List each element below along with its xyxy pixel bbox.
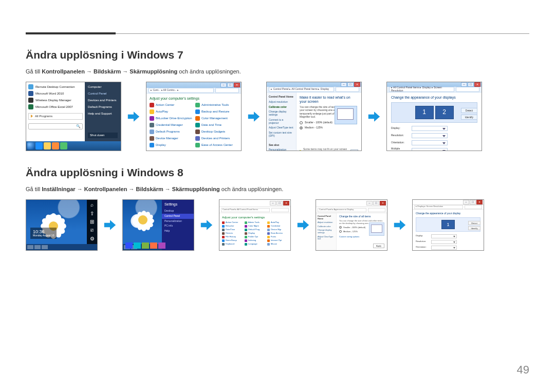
display-title: Make it easier to read what's on your sc… <box>300 96 358 104</box>
detect-button: Detect <box>461 108 477 113</box>
arrow-right-icon <box>247 109 261 124</box>
taskbar <box>26 141 121 151</box>
arrow-right-icon <box>367 109 381 124</box>
shutdown: Shut down <box>88 133 118 138</box>
search-box: 🔍 <box>28 123 83 129</box>
start-item: Remote Desktop Connection <box>35 85 75 89</box>
start-orb-icon <box>27 142 34 150</box>
apply-button: Apply <box>350 150 358 151</box>
win7-resolution-screenshot: –□× ▸ All Control Panel Items ▸ Display … <box>386 82 482 151</box>
resolution-select <box>412 133 448 138</box>
right-item: Computer <box>88 85 118 89</box>
instruction-win8: Gå till Inställningar → Kontrollpanelen … <box>26 186 529 192</box>
right-item: Control Panel <box>88 92 118 96</box>
instr-prefix: Gå till <box>26 186 42 192</box>
search-icon: 🔍 <box>76 124 81 128</box>
win8-control-panel-screenshot: –□× Control Panel ▸ All Control Panel It… <box>219 199 291 251</box>
start-item: Microsoft Word 2010 <box>35 92 64 96</box>
search-field <box>215 88 239 93</box>
win7-steps-row: Remote Desktop Connection Microsoft Word… <box>26 82 529 151</box>
instr-suffix: och ändra upplösningen. <box>220 186 284 192</box>
charms-bar: ⌕ ⇪ ⊞ ⎚ ⚙ <box>87 200 97 244</box>
arrow-right-icon <box>393 218 407 232</box>
header-accent <box>26 32 116 34</box>
cp-title: Adjust your computer's settings <box>150 97 238 101</box>
heading-win8: Ändra upplösning i Windows 8 <box>26 166 529 179</box>
win8-resolution-screenshot: –□× ▸ Display ▸ Screen Resolution Change… <box>412 199 484 251</box>
instr-suffix: och ändra upplösningen. <box>177 68 241 74</box>
arrow-right-icon <box>296 218 310 232</box>
search-charm-icon: ⌕ <box>89 202 95 208</box>
control-panel-item: Control Panel <box>162 214 194 219</box>
settings-header: Settings <box>164 202 191 207</box>
identify-button: Identify <box>461 115 477 120</box>
shield-icon <box>300 150 301 151</box>
win7-start-menu-screenshot: Remote Desktop Connection Microsoft Word… <box>26 82 121 151</box>
instruction-win7: Gå till Kontrollpanelen → Bildskärm → Sk… <box>26 68 529 74</box>
apply-button: Apply <box>373 244 384 248</box>
right-item: Help and Support <box>88 112 118 116</box>
start-item: Microsoft Office Excel 2007 <box>35 105 73 109</box>
orientation-select <box>412 140 448 145</box>
preview-icon <box>369 222 384 236</box>
start-charm-icon: ⊞ <box>89 219 95 225</box>
instr-prefix: Gå till <box>26 68 42 74</box>
arrow-right-icon <box>199 218 214 232</box>
monitor-2-icon: 2 <box>435 106 454 119</box>
win8-steps-row: 10:36 Monday August 13 ⌕ ⇪ ⊞ ⎚ ⚙ <box>26 199 529 251</box>
display-select <box>412 126 448 131</box>
right-item: Default Programs <box>88 105 118 109</box>
instr-path: Kontrollpanelen → Bildskärm → Skärmupplö… <box>42 68 177 74</box>
share-charm-icon: ⇪ <box>89 211 95 217</box>
search-field <box>456 87 479 92</box>
res-title: Change the appearance of your displays <box>391 96 477 100</box>
all-programs: All Programs <box>28 113 83 120</box>
page-number: 49 <box>517 363 529 377</box>
page-content: Ändra upplösning i Windows 7 Gå till Kon… <box>26 28 529 251</box>
instr-path: Inställningar → Kontrollpanelen → Bildsk… <box>42 186 220 192</box>
cp-title: Adjust your computer's settings <box>222 216 288 219</box>
triangle-icon <box>31 115 33 118</box>
media-icon <box>52 142 59 150</box>
address-bar: ▸ All Control Panel Items ▸ Display ▸ Sc… <box>389 87 454 92</box>
start-item: Wireless Display Manager <box>35 99 71 102</box>
search-field <box>336 87 359 92</box>
settings-charm-icon: ⚙ <box>89 236 95 242</box>
monitor-1-icon: 1 <box>415 106 434 119</box>
arrow-right-icon <box>103 218 117 232</box>
address-bar: ▸ Control Panel ▸ All Control Panel Item… <box>269 87 334 92</box>
explorer-icon <box>44 142 51 150</box>
ie-icon <box>35 142 43 150</box>
win8-charms-screenshot: 10:36 Monday August 13 ⌕ ⇪ ⊞ ⎚ ⚙ <box>26 199 98 251</box>
right-item: Devices and Printers <box>88 99 118 102</box>
app-icon <box>60 142 67 150</box>
clock: 10:36 Monday August 13 <box>30 228 57 239</box>
arrow-right-icon <box>126 109 141 124</box>
win7-control-panel-screenshot: –□× ▸ Cont... ▸ All Contro... ▸ Adjust y… <box>146 82 242 151</box>
win7-display-screenshot: –□× ▸ Control Panel ▸ All Control Panel … <box>266 82 362 151</box>
devices-charm-icon: ⎚ <box>89 227 95 233</box>
preview-icon <box>335 106 357 124</box>
win8-display-screenshot: –□× Control Panel ▸ Appearance ▸ Display… <box>316 199 387 251</box>
heading-win7: Ändra upplösning i Windows 7 <box>26 49 529 61</box>
win8-settings-screenshot: Settings Desktop Control Panel Personali… <box>122 199 194 251</box>
address-bar: ▸ Cont... ▸ All Contro... ▸ <box>149 88 214 93</box>
multiple-select <box>412 148 448 151</box>
